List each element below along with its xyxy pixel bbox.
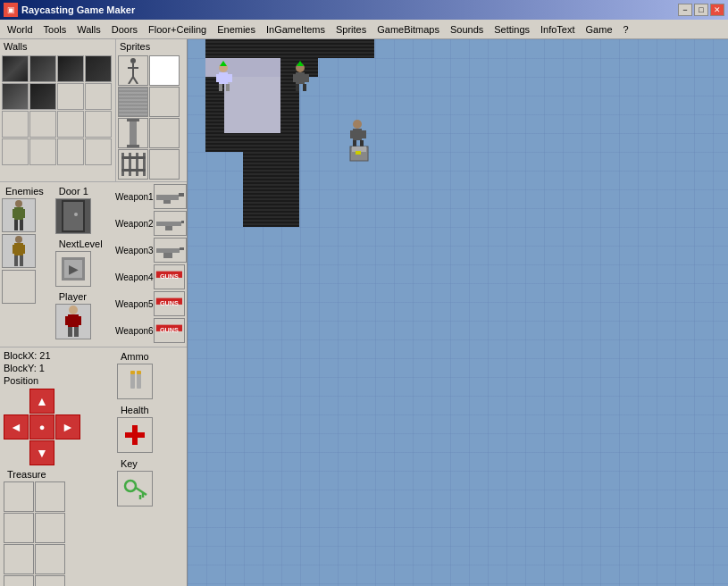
arrow-up[interactable]: ▲: [29, 389, 54, 414]
wall-cell-14[interactable]: [29, 138, 56, 165]
enemy-cell-1[interactable]: [2, 198, 36, 232]
weapon5-cell[interactable]: GUNS: [154, 291, 185, 316]
sprite-cell-3[interactable]: [118, 87, 148, 117]
wall-cell-11[interactable]: [57, 111, 84, 138]
menu-floor-ceiling[interactable]: Floor+Ceiling: [143, 20, 212, 38]
menu-doors[interactable]: Doors: [106, 20, 143, 38]
arrow-left[interactable]: ◄: [4, 414, 29, 440]
menu-tools[interactable]: Tools: [38, 20, 72, 38]
menu-sounds[interactable]: Sounds: [445, 20, 489, 38]
svg-point-14: [15, 200, 22, 207]
sprite-cell-5[interactable]: [118, 118, 148, 148]
wall-cell-2[interactable]: [29, 55, 56, 82]
treasure-cell-7[interactable]: [4, 575, 34, 586]
nextlevel-cell[interactable]: ▶: [55, 251, 91, 287]
weapon4-label: Weapon4: [115, 272, 154, 282]
health-cell[interactable]: [117, 417, 153, 453]
wall-cell-4[interactable]: [85, 55, 112, 82]
svg-rect-44: [156, 248, 180, 253]
svg-rect-136: [356, 151, 361, 155]
wall-cell-13[interactable]: [2, 138, 29, 165]
svg-line-60: [136, 488, 146, 495]
arrow-empty-tl: [4, 389, 29, 414]
svg-rect-123: [305, 74, 309, 82]
menu-ingameitems[interactable]: InGameItems: [261, 20, 331, 38]
arrow-down[interactable]: ▼: [29, 440, 54, 465]
maximize-button[interactable]: □: [694, 4, 708, 16]
svg-rect-97: [224, 133, 243, 152]
weapon2-cell[interactable]: [154, 211, 187, 236]
treasure-cell-8[interactable]: [35, 575, 65, 586]
menu-walls[interactable]: Walls: [71, 20, 105, 38]
wall-cell-12[interactable]: [85, 111, 112, 138]
svg-rect-38: [156, 195, 179, 200]
wall-cell-16[interactable]: [85, 138, 112, 165]
wall-cell-7[interactable]: [57, 83, 84, 110]
treasure-cell-5[interactable]: [4, 544, 34, 574]
wall-cell-10[interactable]: [29, 111, 56, 138]
weapon4-cell[interactable]: GUNS: [154, 264, 185, 289]
menu-infotext[interactable]: InfoText: [535, 20, 581, 38]
svg-rect-19: [20, 220, 23, 230]
weapon3-cell[interactable]: [154, 238, 187, 263]
weapon1-icon: [155, 188, 186, 205]
weapon6-icon: GUNS: [155, 321, 184, 340]
wall-cell-3[interactable]: [57, 55, 84, 82]
ammo-cell[interactable]: [117, 364, 153, 399]
minimize-button[interactable]: −: [678, 4, 692, 16]
wall-cell-8[interactable]: [85, 83, 112, 110]
menu-help[interactable]: ?: [618, 20, 634, 38]
walls-grid: [0, 54, 115, 167]
enemy-cell-2[interactable]: [2, 234, 36, 268]
svg-rect-37: [74, 327, 79, 337]
map-area[interactable]: [188, 39, 728, 586]
enemy-cell-3[interactable]: [2, 270, 36, 304]
sprite-cell-8[interactable]: [149, 149, 180, 180]
arrow-center[interactable]: ●: [29, 414, 54, 440]
close-button[interactable]: ✕: [710, 4, 724, 16]
treasure-cell-3[interactable]: [4, 513, 34, 543]
nextlevel-label: NextLevel: [55, 237, 113, 251]
wall-cell-5[interactable]: [2, 83, 29, 110]
treasure-cell-4[interactable]: [35, 513, 65, 543]
svg-rect-73: [337, 39, 356, 58]
svg-rect-89: [262, 96, 280, 114]
svg-rect-72: [318, 39, 337, 58]
menu-game[interactable]: Game: [581, 20, 618, 38]
menu-enemies[interactable]: Enemies: [212, 20, 261, 38]
treasure-cell-1[interactable]: [4, 481, 34, 512]
treasure-cell-6[interactable]: [35, 544, 65, 574]
ammo-icon: [121, 368, 148, 395]
walls-section: Walls: [0, 39, 116, 181]
player-cell[interactable]: [55, 304, 91, 339]
weapon6-cell[interactable]: GUNS: [154, 318, 185, 343]
wall-cell-15[interactable]: [57, 138, 84, 165]
sprite-cell-2[interactable]: [149, 55, 180, 86]
door1-cell[interactable]: [55, 198, 91, 234]
menu-world[interactable]: World: [2, 20, 38, 38]
player-label: Player: [55, 289, 113, 304]
svg-rect-39: [179, 193, 184, 197]
menu-bar: World Tools Walls Doors Floor+Ceiling En…: [0, 20, 728, 39]
svg-rect-110: [243, 208, 262, 227]
svg-rect-7: [127, 145, 139, 147]
sprite-cell-4[interactable]: [149, 87, 180, 117]
wall-cell-6[interactable]: [29, 83, 56, 110]
arrow-right[interactable]: ►: [55, 414, 80, 440]
menu-gamebitmaps[interactable]: GameBitmaps: [372, 20, 445, 38]
map-svg: [188, 39, 728, 566]
sprite-cell-1[interactable]: [118, 55, 148, 86]
key-cell[interactable]: [117, 471, 153, 506]
sprite-cell-7[interactable]: [118, 149, 148, 180]
wall-cell-1[interactable]: [2, 55, 29, 82]
svg-rect-111: [262, 208, 280, 227]
blockx-label: BlockX: 21: [2, 349, 115, 362]
sprite-cell-6[interactable]: [149, 118, 180, 148]
treasure-cell-2[interactable]: [35, 481, 65, 512]
svg-rect-106: [280, 171, 299, 189]
position-label: Position: [2, 374, 115, 387]
menu-settings[interactable]: Settings: [489, 20, 535, 38]
weapon1-cell[interactable]: [154, 184, 187, 209]
menu-sprites[interactable]: Sprites: [331, 20, 372, 38]
wall-cell-9[interactable]: [2, 111, 29, 138]
